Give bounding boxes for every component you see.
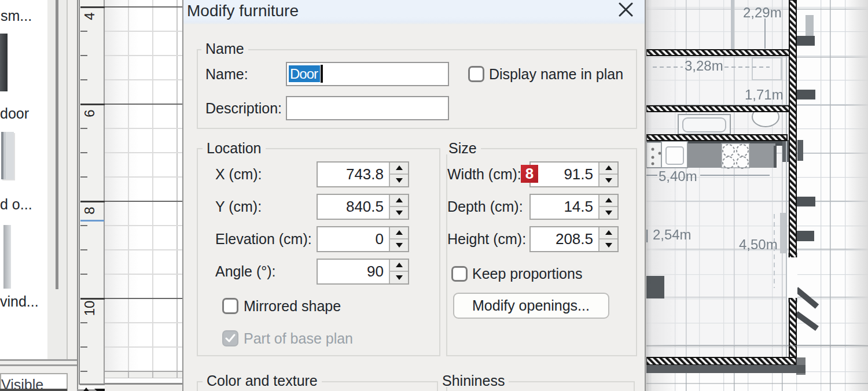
svg-text:2,29m: 2,29m xyxy=(743,5,782,20)
svg-text:| 2,54m: | 2,54m xyxy=(646,227,692,242)
svg-text:4,50m: 4,50m xyxy=(739,237,778,252)
svg-text:1,71m: 1,71m xyxy=(745,87,784,102)
svg-text:3,28m: 3,28m xyxy=(685,58,723,73)
svg-text:5,40m: 5,40m xyxy=(659,168,697,184)
